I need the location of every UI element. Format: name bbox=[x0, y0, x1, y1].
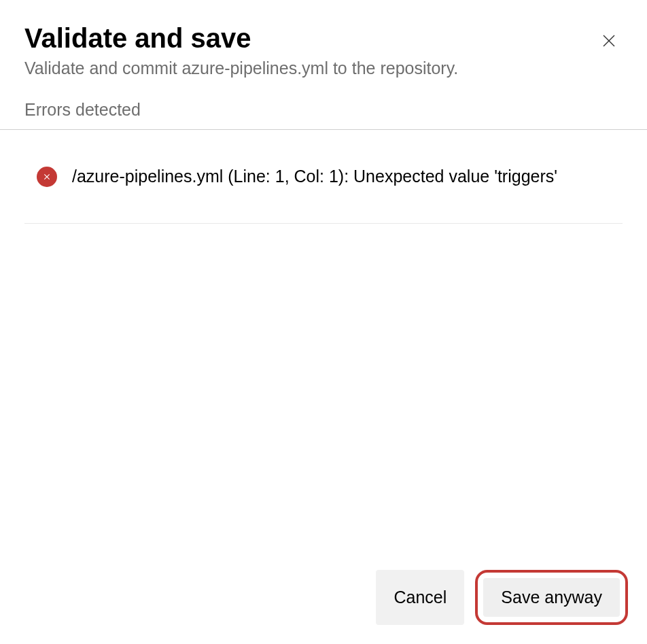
dialog-footer: Cancel Save anyway bbox=[0, 570, 647, 644]
save-button-highlight: Save anyway bbox=[475, 570, 628, 625]
error-item: /azure-pipelines.yml (Line: 1, Col: 1): … bbox=[24, 130, 623, 224]
cancel-button[interactable]: Cancel bbox=[376, 570, 464, 625]
save-anyway-button[interactable]: Save anyway bbox=[483, 578, 620, 617]
dialog-title: Validate and save bbox=[24, 22, 595, 54]
dialog-subtitle: Validate and commit azure-pipelines.yml … bbox=[24, 57, 595, 80]
dialog-header: Validate and save Validate and commit az… bbox=[0, 0, 647, 93]
close-icon bbox=[601, 33, 617, 49]
close-button[interactable] bbox=[595, 27, 623, 54]
error-list: /azure-pipelines.yml (Line: 1, Col: 1): … bbox=[0, 130, 647, 224]
header-text: Validate and save Validate and commit az… bbox=[24, 22, 595, 80]
error-message: /azure-pipelines.yml (Line: 1, Col: 1): … bbox=[72, 165, 623, 188]
error-icon bbox=[37, 167, 57, 187]
spacer bbox=[0, 224, 647, 570]
errors-section-header: Errors detected bbox=[0, 93, 647, 130]
